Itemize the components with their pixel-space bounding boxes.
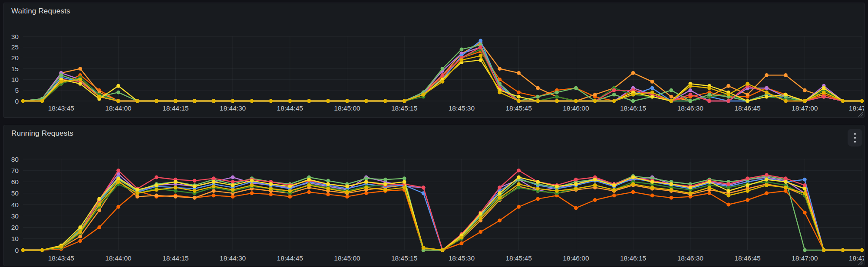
y-axis-tick-label: 40 [11,201,19,208]
data-point [803,191,807,195]
data-point [97,95,101,99]
data-point [536,95,540,99]
data-point [650,180,654,184]
data-point [479,230,482,234]
panel-resize-handle[interactable] [858,259,863,265]
data-point [765,91,769,94]
data-point [288,195,292,199]
data-point [670,188,673,192]
data-point [688,93,692,97]
data-point [498,91,502,94]
resize-grip-icon [858,260,863,265]
data-point [116,205,120,209]
data-point [326,99,330,103]
data-point [345,195,349,199]
data-point [364,176,368,180]
x-axis-tick-label: 18:44:00 [105,104,132,112]
data-point [765,95,769,99]
data-point [670,182,673,186]
data-point [688,99,692,103]
data-point [707,180,711,184]
panel-menu-button[interactable] [848,129,862,147]
panel-waiting-requests: Waiting Requests 05101520253018:43:4518:… [3,3,865,118]
data-point [193,189,197,193]
data-point [803,187,807,191]
data-point [403,99,406,103]
data-point [707,93,711,97]
data-point [517,99,521,103]
data-point [307,178,311,182]
data-point [116,84,120,88]
data-point [174,180,178,184]
waiting-requests-chart[interactable]: 05101520253018:43:4518:44:0018:44:1518:4… [4,3,864,117]
data-point [536,86,540,90]
data-point [765,173,769,177]
data-point [212,99,216,103]
y-axis-tick-label: 80 [11,156,19,163]
data-point [841,248,845,252]
data-point [212,194,216,198]
data-point [441,73,445,77]
panel-resize-handle[interactable] [858,111,863,117]
x-axis-tick-label: 18:45:45 [505,254,531,262]
data-point [746,99,749,103]
x-axis-tick-label: 18:45:30 [449,104,475,112]
data-point [288,99,292,103]
x-axis-tick-label: 18:45:30 [449,254,475,262]
data-point [21,99,25,103]
data-point [441,248,445,252]
series-line-red [23,170,862,250]
data-point [517,71,521,75]
data-point [612,194,616,198]
data-point [135,195,139,199]
data-point [212,180,216,184]
x-axis-tick-label: 18:44:30 [220,104,246,112]
data-point [746,176,749,180]
data-point [803,178,807,182]
data-point [612,188,616,192]
data-point [135,188,139,192]
data-point [707,191,711,195]
data-point [765,183,769,187]
data-point [460,241,464,245]
panel-title[interactable]: Running Requests [11,129,73,138]
running-requests-chart[interactable]: 0102030405060708018:43:4518:44:0018:44:1… [4,125,864,266]
data-point [726,182,730,186]
data-point [403,186,406,189]
y-axis-tick-label: 15 [11,65,19,72]
data-point [650,86,654,90]
data-point [726,99,730,103]
data-point [269,99,273,103]
x-axis-tick-label: 18:43:45 [48,254,74,262]
data-point [536,99,540,103]
data-point [765,86,769,90]
data-point [574,178,578,182]
data-point [650,186,654,189]
data-point [803,211,807,215]
data-point [670,95,673,99]
data-point [78,82,82,86]
data-point [250,183,254,187]
data-point [135,99,139,103]
data-point [593,99,597,103]
data-point [593,198,597,202]
data-point [612,88,616,92]
data-point [726,189,730,193]
data-point [479,212,482,216]
x-axis-tick-label: 18:44:45 [277,254,303,262]
data-point [612,93,616,97]
y-axis-tick-label: 50 [11,189,19,197]
data-point [707,186,711,189]
data-point [307,190,311,194]
data-point [650,95,654,99]
data-point [460,58,464,62]
data-point [517,91,521,94]
x-axis-tick-label: 18:46:00 [563,254,589,262]
data-point [650,91,654,94]
data-point [250,191,254,195]
x-axis-tick-label: 18:45:45 [505,104,531,112]
data-point [670,196,673,200]
data-point [536,180,540,184]
panel-title[interactable]: Waiting Requests [11,7,70,16]
data-point [593,183,597,187]
